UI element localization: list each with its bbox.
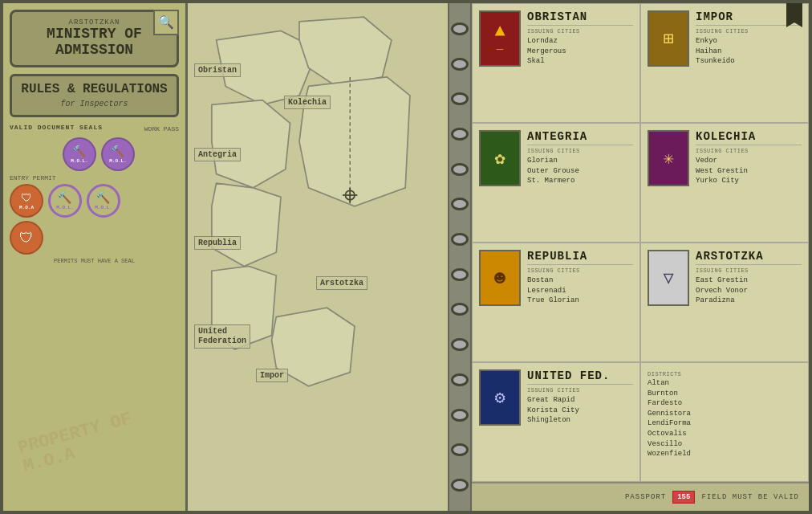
city-skal: Skal bbox=[527, 56, 633, 67]
district-burnton: Burnton bbox=[648, 389, 802, 399]
map-label-impor: Impor bbox=[256, 369, 288, 382]
bottom-bar: PASSPORT 155 FIELD MUST BE VALID bbox=[472, 482, 809, 511]
ministry-title: Ministry of Admission bbox=[17, 27, 172, 59]
seal-mol-outline-1: 🔨 M.O.L. bbox=[48, 184, 82, 218]
search-icon[interactable]: 🔍 bbox=[153, 10, 179, 35]
district-wozenfield: Wozenfield bbox=[648, 449, 802, 459]
country-info-republia: REPUBLIA ISSUING CITIES Bostan Lesrenadi… bbox=[527, 250, 633, 306]
spiral-ring-4 bbox=[451, 128, 469, 141]
map-label-obristan: Obristan bbox=[194, 63, 241, 77]
rules-title: RULES & REGULATIONS bbox=[18, 83, 170, 97]
district-octovalis: Octovalis bbox=[648, 429, 802, 439]
country-name-obristan: OBRISTAN bbox=[527, 10, 633, 26]
svg-marker-5 bbox=[212, 183, 281, 266]
issuing-label-arstotzka: ISSUING CITIES bbox=[696, 267, 802, 274]
passport-badge: 155 bbox=[672, 491, 695, 504]
city-haihan: Haihan bbox=[696, 47, 802, 57]
flag-unitedfed: ⚙ bbox=[479, 369, 521, 426]
spiral-binder bbox=[448, 3, 472, 511]
issuing-label-kolechia: ISSUING CITIES bbox=[696, 148, 802, 154]
flag-republia: ☻ bbox=[479, 250, 521, 306]
city-vedor: Vedor bbox=[696, 156, 802, 166]
country-name-unitedfed: UNITED FED. bbox=[527, 369, 633, 385]
right-panel: ▲ ─ OBRISTAN ISSUING CITIES Lorndaz Merg… bbox=[472, 3, 809, 511]
district-altan: Altan bbox=[648, 378, 802, 389]
flag-kolechia: ✳ bbox=[648, 130, 689, 186]
city-orvech-vonor: Orvech Vonor bbox=[696, 286, 802, 296]
main-container: Arstotzkan Ministry of Admission RULES &… bbox=[0, 0, 812, 514]
country-name-impor: IMPOR bbox=[696, 10, 802, 26]
city-bostan: Bostan bbox=[527, 275, 633, 286]
issuing-label-antegria: ISSUING CITIES bbox=[527, 148, 633, 154]
city-true-glorian: True Glorian bbox=[527, 296, 633, 306]
map-label-arstotzka: Arstotzka bbox=[316, 276, 367, 290]
seals-row-entry: 🛡 M.O.A 🔨 M.O.L. 🔨 M.O.L. bbox=[10, 184, 179, 218]
city-outer-grouse: Outer Grouse bbox=[527, 166, 633, 177]
city-enkyo: Enkyo bbox=[696, 36, 802, 47]
field-valid: FIELD MUST BE VALID bbox=[701, 493, 799, 501]
seal-mol-1: 🔨 M.O.L. bbox=[63, 137, 96, 171]
country-info-unitedfed: UNITED FED. ISSUING CITIES Great Rapid K… bbox=[527, 369, 633, 426]
country-info-arstotzka: ARSTOTZKA ISSUING CITIES East Grestin Or… bbox=[696, 250, 802, 306]
map-label-united: UnitedFederation bbox=[194, 324, 250, 349]
city-paradizna: Paradizna bbox=[696, 296, 802, 306]
issuing-label-unitedfed: ISSUING CITIES bbox=[527, 387, 633, 394]
country-info-kolechia: KOLECHIA ISSUING CITIES Vedor West Grest… bbox=[696, 130, 802, 186]
districts-label: DISTRICTS bbox=[648, 371, 802, 377]
seal-moa: 🛡 M.O.A bbox=[10, 184, 43, 218]
spiral-ring-12 bbox=[451, 409, 469, 422]
country-name-kolechia: KOLECHIA bbox=[696, 130, 802, 145]
issuing-label-republia: ISSUING CITIES bbox=[527, 267, 633, 274]
district-gennistora: Gennistora bbox=[648, 409, 802, 419]
flag-antegria: ✿ bbox=[479, 130, 521, 186]
city-tsunkeido: Tsunkeido bbox=[696, 56, 802, 67]
country-name-republia: REPUBLIA bbox=[527, 250, 633, 265]
flag-impor: ⊞ bbox=[648, 10, 689, 67]
flag-obristan: ▲ ─ bbox=[479, 10, 521, 67]
spiral-ring-2 bbox=[451, 58, 469, 71]
country-cell-districts: DISTRICTS Altan Burnton Fardesto Gennist… bbox=[640, 362, 809, 482]
for-inspectors: for Inspectors bbox=[18, 100, 170, 108]
rules-box: RULES & REGULATIONS for Inspectors bbox=[10, 74, 179, 118]
map-label-kolechia: Kolechia bbox=[284, 96, 331, 109]
district-lendiforma: LendiForma bbox=[648, 418, 802, 429]
spiral-ring-6 bbox=[451, 198, 469, 210]
countries-grid: ▲ ─ OBRISTAN ISSUING CITIES Lorndaz Merg… bbox=[472, 3, 809, 482]
spiral-ring-8 bbox=[451, 268, 469, 281]
city-east-grestin: East Grestin bbox=[696, 275, 802, 286]
city-korista-city: Korista City bbox=[527, 406, 633, 416]
city-lorndaz: Lorndaz bbox=[527, 36, 633, 47]
valid-doc-seals-label: VALID DOCUMENT SEALS bbox=[10, 124, 103, 131]
city-great-rapid: Great Rapid bbox=[527, 395, 633, 406]
district-vescillo: Vescillo bbox=[648, 439, 802, 450]
passport-label: PASSPORT bbox=[625, 493, 666, 501]
spiral-ring-9 bbox=[451, 303, 469, 316]
spiral-ring-10 bbox=[451, 338, 469, 351]
seals-row-workpass: 🔨 M.O.L. 🔨 M.O.L. bbox=[10, 137, 179, 171]
map-label-antegria: Antegria bbox=[194, 148, 241, 161]
spiral-ring-5 bbox=[451, 163, 469, 176]
issuing-label-impor: ISSUING CITIES bbox=[696, 28, 802, 35]
spiral-ring-3 bbox=[451, 92, 469, 105]
spiral-ring-11 bbox=[451, 373, 469, 386]
country-cell-arstotzka: ▽ ARSTOTZKA ISSUING CITIES East Grestin … bbox=[640, 243, 809, 362]
country-info-impor: IMPOR ISSUING CITIES Enkyo Haihan Tsunke… bbox=[696, 10, 802, 67]
country-cell-antegria: ✿ ANTEGRIA ISSUING CITIES Glorian Outer … bbox=[472, 123, 640, 243]
city-glorian: Glorian bbox=[527, 156, 633, 166]
city-west-grestin: West Grestin bbox=[696, 166, 802, 177]
city-st-marmero: St. Marmero bbox=[527, 176, 633, 186]
seals-section: VALID DOCUMENT SEALS WORK PASS 🔨 M.O.L. … bbox=[10, 124, 179, 264]
country-info-obristan: OBRISTAN ISSUING CITIES Lorndaz Mergerou… bbox=[527, 10, 633, 67]
district-fardesto: Fardesto bbox=[648, 398, 802, 409]
work-pass-label: WORK PASS bbox=[144, 125, 179, 133]
seal-shield: 🛡 bbox=[10, 221, 43, 255]
city-yurko-city: Yurko City bbox=[696, 176, 802, 186]
country-cell-impor: ⊞ IMPOR ISSUING CITIES Enkyo Haihan Tsun… bbox=[640, 3, 809, 123]
spiral-ring-14 bbox=[451, 479, 469, 492]
country-name-arstotzka: ARSTOTZKA bbox=[696, 250, 802, 265]
spiral-ring-7 bbox=[451, 233, 469, 246]
flag-arstotzka: ▽ bbox=[648, 250, 689, 306]
city-mergerous: Mergerous bbox=[527, 47, 633, 57]
country-cell-obristan: ▲ ─ OBRISTAN ISSUING CITIES Lorndaz Merg… bbox=[472, 3, 640, 123]
country-name-antegria: ANTEGRIA bbox=[527, 130, 633, 145]
